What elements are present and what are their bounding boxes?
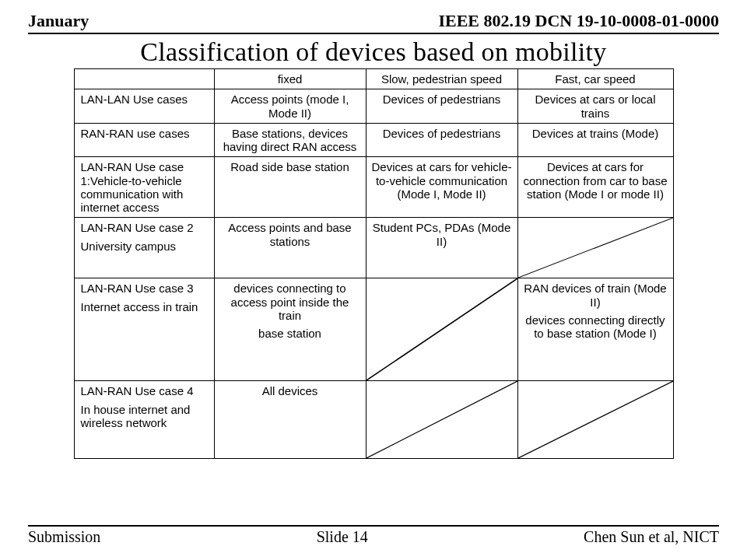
cell: Road side base station [214,157,366,218]
cell: Devices at cars or local trains [517,89,673,124]
row-header: LAN-RAN Use case 4 In house internet and… [74,381,214,459]
footer-right-text: Chen Sun et al, NICT [584,528,719,546]
header-left-text: January [28,11,89,31]
diagonal-slash-icon [518,381,673,458]
slide-header: January IEEE 802.19 DCN 19-10-0008-01-00… [28,11,719,34]
diagonal-slash-icon [518,218,673,278]
cell-na [517,218,673,278]
row-header-line1: LAN-RAN Use case 4 [81,384,209,397]
table-row: RAN-RAN use cases Base stations, devices… [74,123,673,157]
table-row: LAN-RAN Use case 4 In house internet and… [74,381,673,459]
cell-na [517,381,673,459]
cell: RAN devices of train (Mode II) devices c… [517,278,673,381]
row-header: LAN-LAN Use cases [74,89,214,124]
header-cell-slow: Slow, pedestrian speed [366,69,517,89]
classification-table: fixed Slow, pedestrian speed Fast, car s… [74,68,674,459]
cell-line1: RAN devices of train (Mode II) [523,282,668,309]
svg-line-0 [518,218,673,278]
table-header-row: fixed Slow, pedestrian speed Fast, car s… [74,69,673,89]
row-header-line2: University campus [81,240,209,253]
table-row: LAN-RAN Use case 2 University campus Acc… [74,218,673,278]
cell: Access points and base stations [214,218,366,278]
cell: Devices of pedestrians [366,89,517,124]
row-header: RAN-RAN use cases [74,123,214,157]
table-row: LAN-LAN Use cases Access points (mode I,… [74,89,673,124]
header-cell-blank [74,69,214,89]
cell: Devices at cars for vehicle-to-vehicle c… [366,157,517,218]
cell-na [366,381,517,459]
diagonal-slash-icon [366,278,517,380]
row-header-line1: LAN-RAN Use case 3 [81,282,209,295]
cell-line1: devices connecting to access point insid… [219,282,361,322]
table-row: LAN-RAN Use case 1:Vehicle-to-vehicle co… [74,157,673,218]
slide-title: Classification of devices based on mobil… [28,37,719,67]
row-header-line2: Internet access in train [81,300,209,313]
svg-line-2 [366,381,517,458]
row-header-line2: In house internet and wireless network [81,403,209,430]
header-right-text: IEEE 802.19 DCN 19-10-0008-01-0000 [438,11,719,31]
cell: Devices of pedestrians [366,123,517,157]
slide-footer: Submission Slide 14 Chen Sun et al, NICT [28,525,719,546]
row-header: LAN-RAN Use case 3 Internet access in tr… [74,278,214,381]
row-header: LAN-RAN Use case 1:Vehicle-to-vehicle co… [74,157,214,218]
footer-left-text: Submission [28,528,100,546]
cell: Student PCs, PDAs (Mode II) [366,218,517,278]
cell: Base stations, devices having direct RAN… [214,123,366,157]
cell-line2: base station [219,327,361,340]
footer-center-text: Slide 14 [317,528,368,546]
header-cell-fast: Fast, car speed [517,69,673,89]
table-container: fixed Slow, pedestrian speed Fast, car s… [28,68,719,459]
cell-line2: devices connecting directly to base stat… [523,313,668,341]
header-cell-fixed: fixed [214,69,366,89]
cell: Access points (mode I, Mode II) [214,89,366,124]
row-header: LAN-RAN Use case 2 University campus [74,218,214,278]
cell-na [366,278,517,381]
cell: devices connecting to access point insid… [214,278,366,381]
cell: Devices at cars for connection from car … [517,157,673,218]
row-header-line1: LAN-RAN Use case 2 [81,221,209,234]
diagonal-slash-icon [366,381,517,458]
table-row: LAN-RAN Use case 3 Internet access in tr… [74,278,673,381]
slide: January IEEE 802.19 DCN 19-10-0008-01-00… [0,0,747,560]
svg-line-1 [366,278,517,380]
cell: Devices at trains (Mode) [517,123,673,157]
cell: All devices [214,381,366,459]
svg-line-3 [518,381,673,458]
